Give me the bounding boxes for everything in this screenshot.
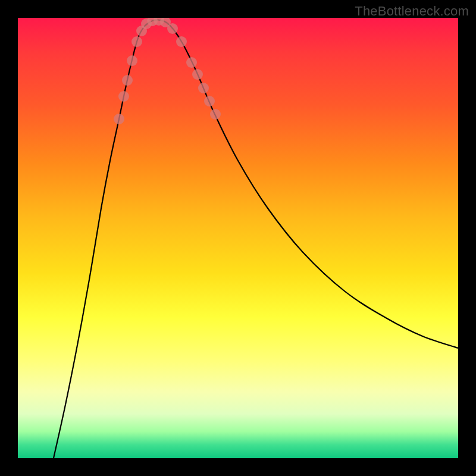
data-marker bbox=[192, 69, 203, 80]
bottleneck-curve bbox=[54, 20, 458, 458]
data-marker bbox=[210, 109, 221, 120]
chart-overlay bbox=[18, 18, 458, 458]
data-marker bbox=[114, 114, 124, 124]
data-marker bbox=[118, 91, 129, 102]
data-marker bbox=[204, 96, 215, 107]
data-marker bbox=[131, 36, 142, 47]
data-marker bbox=[186, 57, 197, 68]
data-marker bbox=[167, 23, 178, 34]
data-marker bbox=[122, 75, 133, 86]
data-marker bbox=[127, 55, 137, 66]
data-marker bbox=[198, 83, 209, 93]
watermark-text: TheBottleneck.com bbox=[355, 4, 469, 19]
data-marker bbox=[176, 36, 187, 47]
